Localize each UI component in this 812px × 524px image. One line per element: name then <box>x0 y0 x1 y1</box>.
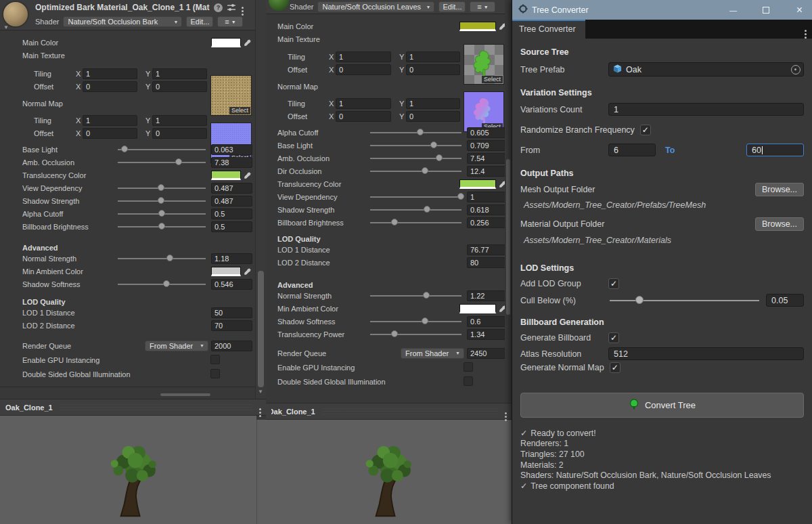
bark-shader-dropdown[interactable]: Nature/Soft Occlusion Bark ▼ <box>63 16 182 27</box>
slider-thumb[interactable] <box>158 210 165 217</box>
billboard-brightness-slider[interactable] <box>116 220 207 233</box>
edit-shader-button[interactable]: Edit... <box>186 16 213 27</box>
kebab-menu-icon[interactable] <box>240 3 244 13</box>
slider-thumb[interactable] <box>423 292 430 299</box>
material-browse-button[interactable]: Browse... <box>755 217 804 231</box>
gpu-instancing-checkbox[interactable] <box>210 355 220 364</box>
add-lod-group-checkbox[interactable]: ✓ <box>608 278 619 289</box>
object-picker-icon[interactable] <box>791 65 800 74</box>
shadow-strength-field[interactable] <box>467 204 506 215</box>
slider-thumb[interactable] <box>158 223 165 230</box>
minimize-button[interactable]: — <box>727 4 739 16</box>
lod2-distance-field[interactable] <box>211 320 252 331</box>
tiling-x-field[interactable] <box>83 115 137 126</box>
slider-thumb[interactable] <box>391 219 398 225</box>
offset-y-field[interactable] <box>406 111 460 122</box>
base-light-slider[interactable] <box>369 139 463 152</box>
eyedropper-icon[interactable] <box>243 267 252 276</box>
gpu-instancing-checkbox[interactable] <box>464 362 473 372</box>
tiling-y-field[interactable] <box>406 98 460 109</box>
alpha-cutoff-field[interactable] <box>211 209 252 219</box>
slider-thumb[interactable] <box>422 318 428 324</box>
render-queue-dropdown[interactable]: From Shader ▼ <box>145 341 208 351</box>
to-field[interactable]: 60 <box>746 144 804 156</box>
slider-thumb[interactable] <box>424 206 430 213</box>
amb-occlusion-slider[interactable] <box>116 156 207 169</box>
tiling-x-field[interactable] <box>336 98 391 109</box>
tab-tree-converter[interactable]: Tree Converter <box>512 20 585 39</box>
material-options-button[interactable]: ≡ ▼ <box>470 1 495 12</box>
offset-y-field[interactable] <box>152 128 207 139</box>
slider-thumb[interactable] <box>166 255 173 261</box>
bark-preview-viewport[interactable] <box>0 416 256 524</box>
dir-occlusion-field[interactable] <box>467 166 506 177</box>
offset-x-field[interactable] <box>336 64 391 75</box>
close-button[interactable]: × <box>794 4 805 16</box>
from-field[interactable] <box>608 144 656 156</box>
presets-icon[interactable] <box>227 3 236 12</box>
tiling-x-field[interactable] <box>83 68 137 79</box>
amb-occlusion-field[interactable] <box>211 157 252 168</box>
window-titlebar[interactable]: Tree Converter — × <box>512 0 812 20</box>
translucency-color-swatch[interactable] <box>459 179 496 189</box>
render-queue-dropdown[interactable]: From Shader ▼ <box>401 348 464 359</box>
alpha-cutoff-slider[interactable] <box>369 126 463 139</box>
edit-shader-button[interactable]: Edit... <box>438 1 466 12</box>
leaves-shader-dropdown[interactable]: Nature/Soft Occlusion Leaves ▼ <box>317 1 434 12</box>
normal-strength-field[interactable] <box>467 290 506 301</box>
help-icon[interactable]: ? <box>214 3 223 12</box>
generate-normal-map-checkbox[interactable]: ✓ <box>610 362 621 373</box>
slider-thumb[interactable] <box>163 280 170 287</box>
material-options-button[interactable]: ≡ ▼ <box>217 16 243 27</box>
min-ambient-color-swatch[interactable] <box>211 267 241 276</box>
offset-y-field[interactable] <box>406 64 460 75</box>
maximize-button[interactable] <box>760 4 771 16</box>
slider-thumb[interactable] <box>158 197 164 204</box>
billboard-brightness-field[interactable] <box>467 217 506 228</box>
translucency-color-swatch[interactable] <box>211 171 241 180</box>
mesh-browse-button[interactable]: Browse... <box>755 183 804 196</box>
dsgi-checkbox[interactable] <box>210 369 220 378</box>
base-light-field[interactable] <box>467 140 506 151</box>
scrollbar-thumb[interactable] <box>258 271 264 387</box>
shadow-strength-field[interactable] <box>211 196 252 206</box>
shadow-softness-slider[interactable] <box>369 315 463 328</box>
slider-thumb[interactable] <box>635 296 644 304</box>
kebab-menu-icon[interactable] <box>259 403 262 412</box>
slider-thumb[interactable] <box>158 184 164 191</box>
tiling-y-field[interactable] <box>152 115 207 126</box>
view-dependency-field[interactable] <box>211 183 252 194</box>
leaves-preview-viewport[interactable] <box>256 420 512 524</box>
shadow-softness-field[interactable] <box>211 279 252 290</box>
billboard-brightness-slider[interactable] <box>369 216 463 229</box>
tiling-y-field[interactable] <box>406 51 460 62</box>
tiling-y-field[interactable] <box>152 68 207 79</box>
slider-thumb[interactable] <box>391 330 398 337</box>
shadow-softness-field[interactable] <box>467 316 506 327</box>
slider-thumb[interactable] <box>436 154 443 161</box>
offset-x-field[interactable] <box>83 81 137 92</box>
cull-below-slider[interactable] <box>608 294 761 307</box>
eyedropper-icon[interactable] <box>243 171 252 180</box>
translucency-power-slider[interactable] <box>369 328 463 341</box>
render-queue-field[interactable] <box>211 341 252 351</box>
lod1-distance-field[interactable] <box>467 244 506 255</box>
foldout-arrow-icon[interactable]: ▼ <box>3 24 9 30</box>
alpha-cutoff-slider[interactable] <box>116 207 207 220</box>
bark-preview-header[interactable]: Oak_Clone_1 <box>0 399 266 416</box>
dsgi-checkbox[interactable] <box>464 376 473 386</box>
normal-strength-slider[interactable] <box>116 252 207 265</box>
eyedropper-icon[interactable] <box>243 38 252 47</box>
shadow-strength-slider[interactable] <box>369 203 463 216</box>
offset-y-field[interactable] <box>152 81 207 92</box>
main-color-swatch[interactable] <box>211 38 241 47</box>
tiling-x-field[interactable] <box>336 51 391 62</box>
offset-x-field[interactable] <box>336 111 391 122</box>
atlas-resolution-field[interactable] <box>608 347 804 360</box>
tree-prefab-object-field[interactable]: Oak <box>608 62 804 77</box>
leaves-preview-header[interactable]: Oak_Clone_1 <box>266 403 512 420</box>
shadow-strength-slider[interactable] <box>116 194 207 207</box>
randomize-branch-checkbox[interactable]: ✓ <box>640 125 651 135</box>
kebab-menu-icon[interactable] <box>805 24 807 34</box>
lod1-distance-field[interactable] <box>211 307 252 318</box>
